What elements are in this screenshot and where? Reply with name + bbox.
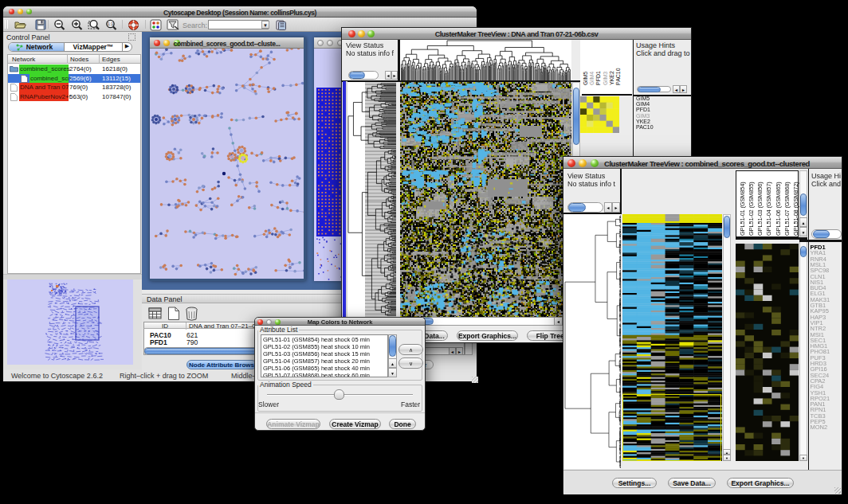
svg-text:1:1: 1:1 xyxy=(108,21,113,26)
